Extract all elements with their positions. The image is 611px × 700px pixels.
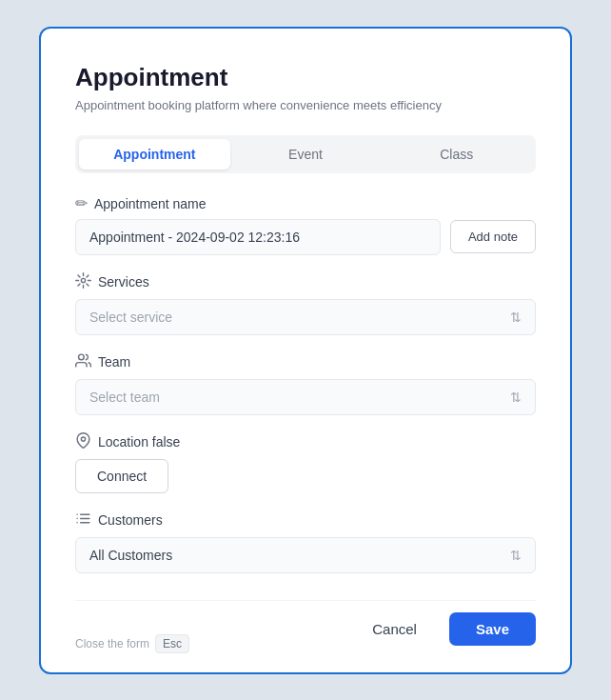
tab-bar: Appointment Event Class (75, 135, 536, 173)
appointment-name-section: ✏ Appointment name Appointment - 2024-09… (75, 196, 536, 255)
svg-point-1 (79, 354, 85, 360)
appointment-name-row: Appointment - 2024-09-02 12:23:16 Add no… (75, 219, 536, 255)
connect-button[interactable]: Connect (75, 459, 168, 493)
services-label: Services (98, 274, 149, 290)
team-chevron-icon: ⇅ (510, 390, 522, 405)
services-label-row: Services (75, 272, 536, 291)
services-icon (75, 272, 91, 291)
tab-appointment[interactable]: Appointment (79, 139, 230, 170)
team-label: Team (98, 354, 130, 370)
customers-chevron-icon: ⇅ (510, 548, 522, 563)
customers-icon (75, 510, 91, 530)
location-label: Location false (98, 434, 180, 450)
save-button[interactable]: Save (449, 612, 536, 646)
modal-dialog: Appointment Appointment booking platform… (39, 27, 572, 674)
svg-point-0 (81, 278, 85, 282)
services-placeholder: Select service (89, 310, 172, 325)
services-select[interactable]: Select service ⇅ (75, 299, 536, 335)
team-section: Team Select team ⇅ (75, 352, 536, 415)
appointment-name-value: Appointment - 2024-09-02 12:23:16 (75, 219, 441, 255)
modal-subtitle: Appointment booking platform where conve… (75, 98, 536, 112)
team-placeholder: Select team (89, 390, 160, 405)
modal-wrapper: Appointment Appointment booking platform… (0, 0, 611, 700)
appointment-name-label: Appointment name (94, 196, 207, 211)
modal-title: Appointment (75, 63, 536, 92)
svg-point-2 (81, 436, 85, 440)
location-label-row: Location false (75, 432, 536, 451)
cancel-button[interactable]: Cancel (351, 612, 438, 646)
services-section: Services Select service ⇅ (75, 272, 536, 335)
tab-class[interactable]: Class (381, 139, 532, 170)
tab-event[interactable]: Event (230, 139, 382, 170)
customers-select[interactable]: All Customers ⇅ (75, 537, 536, 573)
add-note-button[interactable]: Add note (450, 220, 536, 253)
close-hint-text: Close the form (75, 637, 149, 650)
team-label-row: Team (75, 352, 536, 371)
customers-label: Customers (98, 512, 163, 528)
customers-section: Customers All Customers ⇅ (75, 510, 536, 573)
team-select[interactable]: Select team ⇅ (75, 379, 536, 415)
services-chevron-icon: ⇅ (510, 310, 522, 325)
customers-value: All Customers (89, 548, 172, 563)
location-section: Location false Connect (75, 432, 536, 493)
pencil-icon: ✏ (75, 196, 88, 211)
location-icon (75, 432, 91, 451)
team-icon (75, 352, 91, 371)
appointment-name-label-row: ✏ Appointment name (75, 196, 536, 211)
customers-label-row: Customers (75, 510, 536, 530)
esc-badge: Esc (155, 634, 189, 653)
close-hint: Close the form Esc (75, 634, 189, 653)
